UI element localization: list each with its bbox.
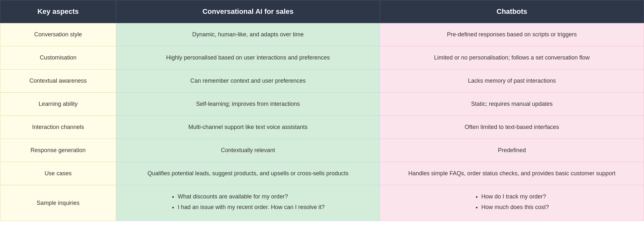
cell-chatbot: Pre-defined responses based on scripts o… (380, 23, 644, 46)
cell-chatbot: Often limited to text-based interfaces (380, 116, 644, 139)
cell-chatbot: Lacks memory of past interactions (380, 69, 644, 93)
cell-ai: Dynamic, human-like, and adapts over tim… (116, 23, 380, 46)
cell-ai: Contextually relevant (116, 139, 380, 162)
table-row: Sample inquiriesWhat discounts are avail… (0, 185, 644, 221)
header-key-aspects: Key aspects (0, 0, 116, 23)
cell-aspect: Contextual awareness (0, 69, 116, 93)
cell-aspect: Learning ability (0, 93, 116, 116)
comparison-table: Key aspects Conversational AI for sales … (0, 0, 644, 221)
table-row: Contextual awarenessCan remember context… (0, 69, 644, 93)
table-row: Use casesQualifies potential leads, sugg… (0, 162, 644, 185)
cell-chatbot: How do I track my order?How much does th… (380, 185, 644, 221)
table-row: Conversation styleDynamic, human-like, a… (0, 23, 644, 46)
table-row: Response generationContextually relevant… (0, 139, 644, 162)
cell-chatbot: Handles simple FAQs, order status checks… (380, 162, 644, 185)
list-item: How much does this cost? (481, 203, 549, 212)
cell-aspect: Sample inquiries (0, 185, 116, 221)
cell-ai: Highly personalised based on user intera… (116, 46, 380, 69)
cell-ai: Self-learning; improves from interaction… (116, 93, 380, 116)
list-item: I had an issue with my recent order. How… (178, 203, 325, 212)
comparison-table-wrapper: Key aspects Conversational AI for sales … (0, 0, 644, 221)
list-item: What discounts are available for my orde… (178, 192, 325, 201)
cell-ai: Qualifies potential leads, suggest produ… (116, 162, 380, 185)
cell-aspect: Customisation (0, 46, 116, 69)
cell-aspect: Response generation (0, 139, 116, 162)
table-header-row: Key aspects Conversational AI for sales … (0, 0, 644, 23)
cell-chatbot: Predefined (380, 139, 644, 162)
cell-aspect: Use cases (0, 162, 116, 185)
cell-chatbot: Limited or no personalisation; follows a… (380, 46, 644, 69)
cell-chatbot: Static; requires manual updates (380, 93, 644, 116)
header-chatbots: Chatbots (380, 0, 644, 23)
list-item: How do I track my order? (481, 192, 549, 201)
cell-aspect: Conversation style (0, 23, 116, 46)
cell-aspect: Interaction channels (0, 116, 116, 139)
cell-ai: What discounts are available for my orde… (116, 185, 380, 221)
header-ai-sales: Conversational AI for sales (116, 0, 380, 23)
cell-ai: Multi-channel support like text voice as… (116, 116, 380, 139)
table-row: Learning abilitySelf-learning; improves … (0, 93, 644, 116)
table-row: Interaction channelsMulti-channel suppor… (0, 116, 644, 139)
cell-ai: Can remember context and user preference… (116, 69, 380, 93)
table-row: CustomisationHighly personalised based o… (0, 46, 644, 69)
